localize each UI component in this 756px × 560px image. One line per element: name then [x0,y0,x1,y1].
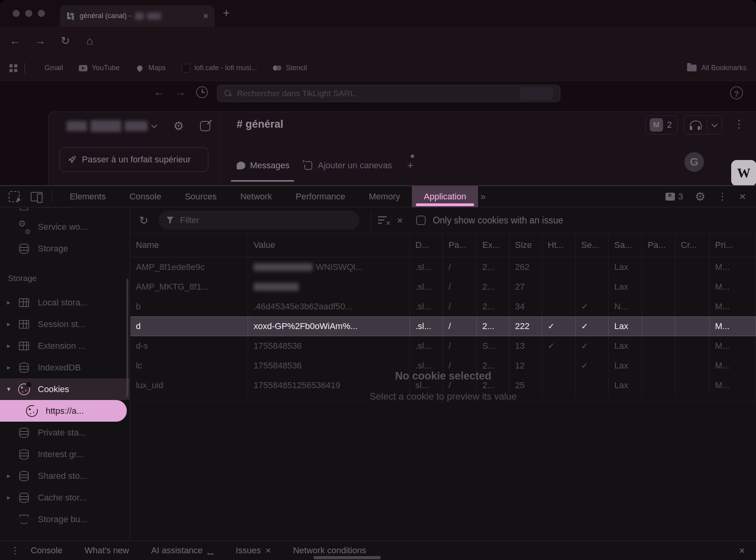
grammarly-widget[interactable]: G [684,152,704,172]
sidebar-item[interactable]: ▸ IndexedDB [0,357,130,378]
channel-menu-icon[interactable]: ⋮ [734,117,745,130]
devtools-menu-icon[interactable]: ⋮ [717,190,728,203]
tab-messages[interactable]: Messages [237,160,289,171]
expand-arrow[interactable]: ▸ [0,493,17,502]
apps-grid-icon[interactable] [9,64,17,72]
browser-tab-active[interactable]: général (canal) - × [60,5,215,27]
cookie-size[interactable]: 222 [510,317,542,336]
upgrade-button[interactable]: Passer à un forfait supérieur [59,147,208,172]
expand-arrow[interactable]: ▸ [0,363,17,372]
column-header[interactable]: Pri... [710,233,756,257]
column-header[interactable]: D... [410,233,443,257]
devtools-tab[interactable]: Sources [173,186,228,207]
device-toolbar-icon[interactable] [31,192,43,201]
column-header[interactable]: Pa... [443,233,477,257]
cookie-httponly[interactable] [542,277,576,297]
sidebar-item[interactable]: Interest gr... [0,443,130,465]
cookie-name[interactable]: AMP_8f1ede8e9c [130,257,248,277]
bookmark-item[interactable]: lofi.cafe - lofi musi... [182,64,257,73]
cookie-row[interactable]: AMP_MKTG_8f1... .sl... / 2... 27 Lax M..… [130,277,756,297]
cookie-name[interactable]: d-s [130,336,248,356]
back-icon[interactable]: ← [6,32,24,50]
workspace-header[interactable]: ⚙ [67,119,210,133]
cookie-secure[interactable]: ✓ [576,336,609,356]
cookie-name[interactable]: AMP_MKTG_8f1... [130,277,248,297]
sidebar-item[interactable]: ▾ Cookies [0,378,130,400]
members-pill[interactable]: M 2 [645,115,678,134]
cookie-size[interactable]: 34 [510,297,542,316]
history-forward-icon[interactable]: → [175,86,186,99]
cookie-crossite[interactable] [675,317,710,336]
sidebar-item[interactable]: ▸ Session st... [0,313,130,335]
cookie-path[interactable]: / [443,277,477,297]
sidebar-item[interactable]: Private sta... [0,422,130,443]
cookie-httponly[interactable] [542,297,576,316]
compose-icon[interactable] [200,121,210,131]
column-header[interactable]: Size [510,233,542,257]
wordtune-badge[interactable]: W [731,160,756,186]
clear-all-icon[interactable] [378,216,390,225]
cookie-crossite[interactable] [675,277,710,297]
cookie-priority[interactable]: M... [710,317,756,336]
minimize-window-button[interactable] [25,10,32,17]
cookie-httponly[interactable]: ✓ [542,336,576,356]
cookie-samesite[interactable]: Lax [609,336,642,356]
cookie-name[interactable]: d [130,317,248,336]
cookie-name[interactable]: b [130,297,248,316]
expand-arrow[interactable]: ▸ [0,298,17,307]
drawer-close-icon[interactable]: × [739,545,745,557]
cookie-path[interactable]: / [443,297,477,316]
drawer-tab[interactable]: What's new [85,545,129,556]
forward-icon[interactable]: → [32,32,49,50]
column-header[interactable]: Se... [576,233,609,257]
new-tab-button[interactable]: + [223,6,230,20]
filter-input[interactable]: Filter [159,211,359,230]
drawer-tab[interactable]: Network conditions [293,545,366,556]
cookie-size[interactable]: 13 [510,336,542,356]
cookie-domain[interactable]: .sl... [410,336,443,356]
cookie-domain[interactable]: .sl... [410,257,443,277]
add-tab-button[interactable]: + [407,159,413,172]
zoom-window-button[interactable] [38,10,45,17]
cookie-secure[interactable] [576,277,609,297]
sidebar-item[interactable]: Service wo... [0,216,130,238]
drawer-tab[interactable]: Console [31,545,63,556]
cookie-size[interactable]: 262 [510,257,542,277]
cookie-httponly[interactable] [542,257,576,277]
column-header[interactable]: Cr... [675,233,710,257]
cookie-value[interactable]: 1755848536 [248,336,410,356]
drawer-tab[interactable]: Issues × [236,545,271,556]
horizontal-scrollbar-thumb[interactable] [313,556,381,559]
tab-canvas[interactable]: Ajouter un canevas [304,160,392,171]
bookmark-item[interactable]: Stencil [273,64,307,73]
cookie-samesite[interactable]: Lax [609,257,642,277]
column-header[interactable]: Pa... [642,233,675,257]
drawer-tab-close-icon[interactable]: × [265,545,271,556]
sidebar-item[interactable]: https://a... [0,400,127,422]
column-header[interactable]: Ht... [542,233,576,257]
cookie-samesite[interactable]: Lax [609,317,642,336]
devtools-settings-icon[interactable]: ⚙ [695,190,706,203]
cookie-expires[interactable]: 2... [477,317,510,336]
column-header[interactable]: Value [248,233,410,257]
cookie-value[interactable]: xoxd-GP%2Fb0oWiAm%... [248,317,410,336]
cookie-secure[interactable]: ✓ [576,317,609,336]
devtools-tab[interactable]: Application [412,186,478,207]
history-clock-icon[interactable] [196,86,208,98]
help-icon[interactable]: ? [730,86,743,99]
slack-search-bar[interactable]: Rechercher dans TikLight SARL [217,85,560,102]
delete-icon[interactable]: × [397,214,403,227]
sidebar-item[interactable]: Manifest [0,208,130,216]
devtools-tab[interactable]: Performance [284,186,357,207]
cookie-expires[interactable]: S... [477,336,510,356]
bookmark-item[interactable]: Gmail [32,64,63,73]
cookie-domain[interactable]: .sl... [410,277,443,297]
cookie-secure[interactable]: ✓ [576,297,609,316]
sidebar-item[interactable]: Storage [0,238,130,259]
cookie-crossite[interactable] [675,297,710,316]
cookie-priority[interactable]: M... [710,277,756,297]
cookie-expires[interactable]: 2... [477,277,510,297]
cookie-expires[interactable]: 2... [477,297,510,316]
cookie-row[interactable]: b .46d45345e3b62aadf50... .sl... / 2... … [130,297,756,316]
expand-arrow[interactable]: ▸ [0,342,17,350]
